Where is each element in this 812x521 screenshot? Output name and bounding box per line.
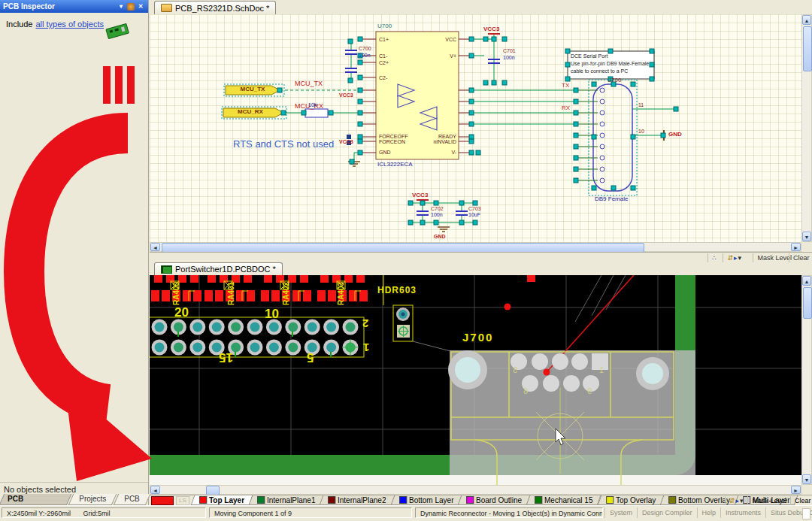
pcb-clear-button[interactable]: Clear: [790, 496, 812, 505]
panel-pin-icon[interactable]: [127, 3, 135, 11]
pcb-tab-label: PortSwitcher1D.PCBDOC *: [175, 265, 276, 274]
gnd-label-1: GND: [668, 132, 682, 138]
port-rx-label: MCU_RX: [229, 109, 272, 115]
sch-micro-icon[interactable]: ∴: [707, 253, 720, 262]
sch-filter-icons[interactable]: ⇵▸▾: [723, 253, 746, 262]
scroll-right-icon[interactable]: ►: [791, 486, 801, 494]
include-label: Include: [6, 20, 32, 29]
scroll-down-icon[interactable]: ▼: [802, 474, 811, 484]
layer-tab-internalplane1[interactable]: InternalPlane1: [248, 495, 323, 505]
net-label-db9-tx: TX: [562, 83, 569, 89]
scroll-right-icon[interactable]: ►: [791, 243, 801, 251]
pcb-canvas[interactable]: HDR603 J700 20 10 15 5 2 1 5 1 6 9 RA400…: [150, 275, 801, 485]
gnd-label-2: GND: [434, 234, 446, 239]
layer-tab-internalplane2[interactable]: InternalPlane2: [320, 495, 395, 505]
panel-title: PCB Inspector: [3, 2, 115, 11]
ic-pin-gnd: GND: [379, 150, 391, 155]
ic-pin-ready: READY: [420, 134, 456, 139]
net-label-shield-b: 10: [638, 129, 644, 134]
ic-pin-ninvalid: nINVALID: [420, 139, 456, 144]
c1-val: 100n: [359, 53, 371, 58]
pcb-filter-icons[interactable]: ⇵▸▾: [725, 496, 748, 505]
inspector-tab-pcb[interactable]: PCB: [114, 494, 150, 505]
include-row: Includeall types of objects: [6, 20, 104, 29]
layer-sets-button[interactable]: LS: [176, 496, 189, 505]
red-pad-single: [527, 275, 535, 282]
ic-pin-forceon: FORCEON: [379, 139, 405, 144]
ra-label-ra401: RA401: [228, 275, 235, 305]
schematic-tab-bar: PCB_RS2321D.SchDoc *: [150, 0, 812, 14]
net-label-db9-rx: RX: [562, 105, 570, 111]
pcb-hscrollbar[interactable]: ◄ ►: [150, 485, 801, 495]
scroll-up-icon[interactable]: ▲: [802, 15, 811, 25]
c2-ref: C701: [503, 48, 516, 53]
panel-close-icon[interactable]: ✕: [136, 2, 145, 11]
ratsnest-dot-1: [504, 304, 511, 310]
panel-titlebar[interactable]: PCB Inspector ▾ ✕: [0, 0, 148, 13]
vcc-label-1: VCC3: [483, 26, 499, 32]
note-line-1: DCE Serial Port: [571, 53, 607, 59]
panel-menu-icon[interactable]: ▾: [117, 2, 126, 11]
hdr603-label: HDR603: [377, 286, 417, 295]
inspector-tab-pcb-inspector[interactable]: PCB Inspector: [0, 494, 72, 505]
scroll-left-icon[interactable]: ◄: [150, 486, 160, 494]
resistor-value: 10k: [308, 102, 317, 108]
panel-button-system[interactable]: System: [604, 507, 637, 518]
pcb-vscroll-thumb[interactable]: [803, 287, 812, 319]
note-line-3: cable to connect to a PC: [571, 68, 628, 74]
schematic-doc-tab[interactable]: PCB_RS2321D.SchDoc *: [154, 1, 276, 14]
layer-tab-top-overlay[interactable]: Top Overlay: [598, 495, 665, 505]
include-objects-link[interactable]: all types of objects: [35, 20, 104, 29]
resistor-r7[interactable]: [305, 109, 328, 117]
pcbdoc-icon: [161, 265, 172, 274]
scroll-up-icon[interactable]: ▲: [802, 276, 811, 286]
pcb-doc-tab[interactable]: PortSwitcher1D.PCBDOC *: [154, 262, 283, 275]
schematic-tab-label: PCB_RS2321D.SchDoc *: [175, 4, 269, 13]
layer-tab-board-outline[interactable]: Board Outline: [458, 495, 531, 505]
c3-ref: C702: [431, 206, 444, 211]
note-line-2: Use pin-for-pin DB9 Male-Female: [571, 61, 649, 66]
grid-setting: Grid:5mil: [83, 510, 110, 517]
ic-pin-forceoff: FORCEOFF: [379, 134, 408, 139]
schematic-hscrollbar[interactable]: ◄ ►: [150, 242, 801, 252]
inspector-tab-projects[interactable]: Projects: [68, 494, 117, 505]
ic-ref: U700: [377, 23, 392, 29]
db9-connector-symbol[interactable]: [593, 84, 632, 191]
port-tx-label: MCU_TX: [231, 86, 274, 92]
layer-tab-top-layer[interactable]: Top Layer: [190, 495, 253, 505]
layer-tab-mechanical-15[interactable]: Mechanical 15: [526, 495, 601, 505]
db9-pad-1: 1: [599, 366, 604, 374]
db9-pad-5: 5: [513, 366, 517, 374]
schematic-canvas[interactable]: MCU_TX MCU_RX MCU_TX MCU_RX TX RX 11 10 …: [150, 14, 801, 242]
altium-window: PCB Inspector ▾ ✕ Includeall types of ob…: [0, 0, 812, 521]
ra-label-ra403: RA403: [338, 275, 345, 305]
pcb-inspector-panel: PCB Inspector ▾ ✕ Includeall types of ob…: [0, 0, 149, 505]
panel-button-design-compiler[interactable]: Design Compiler: [637, 507, 697, 518]
pcb-drawing: [150, 275, 801, 485]
c4-val: 10uF: [468, 212, 480, 217]
schdoc-icon: [161, 4, 172, 12]
silk-num-5: 5: [307, 351, 314, 364]
sch-clear-button[interactable]: Clear: [789, 253, 812, 262]
ic-pin-c2-: C2-: [379, 75, 387, 80]
status-bar: X:2450mil Y:-2960mil Grid:5mil Moving Co…: [0, 505, 812, 521]
pcb-mask-level-button[interactable]: Mask Level: [747, 496, 790, 505]
net-label-shield-a: 11: [638, 102, 644, 108]
schematic-vscroll-thumb[interactable]: [803, 26, 812, 71]
ic-pin-c1-: C1-: [379, 53, 387, 59]
schematic-vscrollbar[interactable]: ▲ ▼: [801, 14, 812, 242]
layer-tab-bottom-layer[interactable]: Bottom Layer: [390, 495, 462, 505]
pcb-vscrollbar[interactable]: ▲ ▼: [801, 275, 812, 485]
layer-tabs: Top LayerInternalPlane1InternalPlane2Bot…: [192, 495, 796, 505]
resize-grip[interactable]: [802, 508, 810, 519]
j700-label: J700: [462, 332, 493, 343]
scroll-left-icon[interactable]: ◄: [150, 243, 160, 251]
statusbar-coordinates: X:2450mil Y:-2960mil Grid:5mil: [2, 507, 206, 518]
silk-num-2: 2: [362, 318, 368, 329]
annotation-text: RTS and CTS not used: [233, 139, 334, 149]
layer-tab-bar: LS Top LayerInternalPlane1InternalPlane2…: [150, 495, 812, 505]
panel-button-instruments[interactable]: Instruments: [720, 507, 765, 518]
ic-pin-v+: V+: [420, 53, 456, 59]
scroll-down-icon[interactable]: ▼: [802, 232, 811, 241]
panel-button-help[interactable]: Help: [697, 507, 721, 518]
